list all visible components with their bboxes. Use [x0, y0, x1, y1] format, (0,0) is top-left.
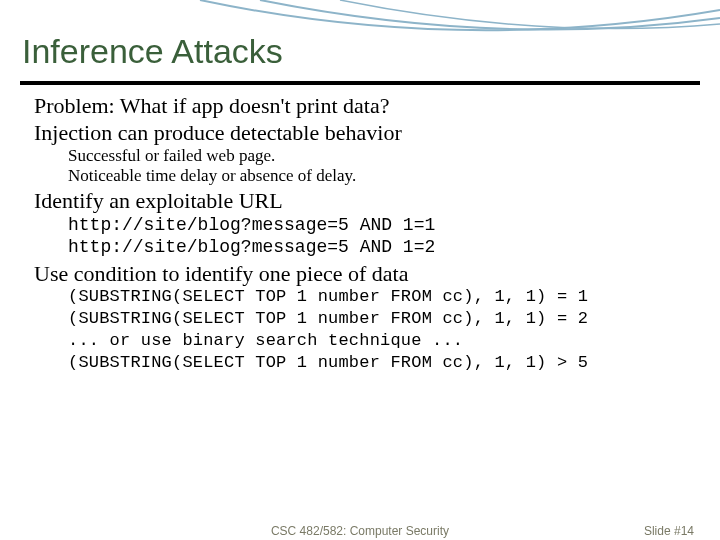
slide: Inference Attacks Problem: What if app d…: [0, 0, 720, 540]
sql-line-4: (SUBSTRING(SELECT TOP 1 number FROM cc),…: [68, 352, 692, 374]
footer-slide-number: Slide #14: [644, 524, 694, 538]
use-condition-line: Use condition to identify one piece of d…: [34, 261, 692, 286]
slide-title: Inference Attacks: [0, 0, 720, 77]
identify-url-line: Identify an exploitable URL: [34, 188, 692, 213]
url-example-1: http://site/blog?message=5 AND 1=1: [68, 214, 692, 237]
url-example-2: http://site/blog?message=5 AND 1=2: [68, 236, 692, 259]
sub-time-delay: Noticeable time delay or absence of dela…: [68, 166, 692, 186]
sub-success-fail: Successful or failed web page.: [68, 146, 692, 166]
sql-line-1: (SUBSTRING(SELECT TOP 1 number FROM cc),…: [68, 286, 692, 308]
title-underline: [20, 81, 700, 85]
sql-line-3: ... or use binary search technique ...: [68, 330, 692, 352]
slide-content: Problem: What if app doesn't print data?…: [0, 89, 720, 374]
injection-line: Injection can produce detectable behavio…: [34, 120, 692, 145]
sql-line-2: (SUBSTRING(SELECT TOP 1 number FROM cc),…: [68, 308, 692, 330]
problem-line: Problem: What if app doesn't print data?: [34, 93, 692, 118]
footer-course: CSC 482/582: Computer Security: [271, 524, 449, 538]
